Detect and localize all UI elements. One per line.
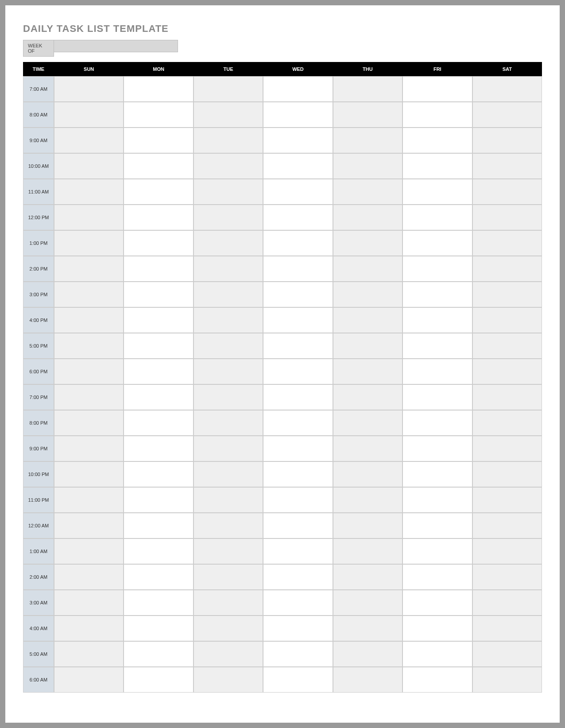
task-input[interactable]: [333, 410, 402, 435]
task-input[interactable]: [194, 642, 263, 666]
task-input[interactable]: [333, 102, 402, 127]
task-input[interactable]: [124, 179, 193, 204]
task-input[interactable]: [124, 359, 193, 384]
task-input[interactable]: [473, 179, 542, 204]
task-input[interactable]: [263, 77, 332, 101]
task-input[interactable]: [333, 359, 402, 384]
task-input[interactable]: [473, 359, 542, 384]
task-input[interactable]: [263, 513, 332, 538]
task-input[interactable]: [473, 590, 542, 615]
task-input[interactable]: [124, 539, 193, 564]
task-input[interactable]: [124, 385, 193, 410]
task-input[interactable]: [403, 488, 472, 512]
task-input[interactable]: [473, 205, 542, 230]
task-input[interactable]: [194, 410, 263, 435]
task-input[interactable]: [473, 77, 542, 101]
task-input[interactable]: [194, 462, 263, 487]
task-input[interactable]: [263, 282, 332, 307]
task-input[interactable]: [403, 308, 472, 333]
task-input[interactable]: [124, 333, 193, 358]
task-input[interactable]: [54, 642, 123, 666]
task-input[interactable]: [194, 565, 263, 589]
task-input[interactable]: [333, 590, 402, 615]
task-input[interactable]: [263, 462, 332, 487]
task-input[interactable]: [124, 308, 193, 333]
task-input[interactable]: [124, 128, 193, 153]
task-input[interactable]: [403, 231, 472, 256]
task-input[interactable]: [403, 667, 472, 692]
task-input[interactable]: [333, 565, 402, 589]
task-input[interactable]: [333, 333, 402, 358]
task-input[interactable]: [194, 385, 263, 410]
task-input[interactable]: [194, 77, 263, 101]
task-input[interactable]: [54, 359, 123, 384]
task-input[interactable]: [473, 565, 542, 589]
task-input[interactable]: [403, 565, 472, 589]
task-input[interactable]: [333, 205, 402, 230]
task-input[interactable]: [194, 539, 263, 564]
task-input[interactable]: [473, 539, 542, 564]
task-input[interactable]: [263, 128, 332, 153]
task-input[interactable]: [403, 333, 472, 358]
task-input[interactable]: [263, 385, 332, 410]
task-input[interactable]: [54, 565, 123, 589]
task-input[interactable]: [263, 565, 332, 589]
task-input[interactable]: [403, 154, 472, 178]
task-input[interactable]: [403, 179, 472, 204]
task-input[interactable]: [194, 102, 263, 127]
task-input[interactable]: [54, 205, 123, 230]
task-input[interactable]: [124, 410, 193, 435]
task-input[interactable]: [54, 667, 123, 692]
task-input[interactable]: [333, 179, 402, 204]
task-input[interactable]: [333, 642, 402, 666]
task-input[interactable]: [473, 128, 542, 153]
task-input[interactable]: [473, 642, 542, 666]
task-input[interactable]: [263, 642, 332, 666]
task-input[interactable]: [124, 590, 193, 615]
task-input[interactable]: [263, 667, 332, 692]
task-input[interactable]: [333, 308, 402, 333]
task-input[interactable]: [124, 513, 193, 538]
task-input[interactable]: [263, 205, 332, 230]
task-input[interactable]: [124, 642, 193, 666]
task-input[interactable]: [473, 488, 542, 512]
task-input[interactable]: [473, 333, 542, 358]
task-input[interactable]: [263, 590, 332, 615]
task-input[interactable]: [54, 436, 123, 461]
task-input[interactable]: [54, 102, 123, 127]
task-input[interactable]: [473, 231, 542, 256]
task-input[interactable]: [54, 410, 123, 435]
task-input[interactable]: [54, 308, 123, 333]
task-input[interactable]: [473, 282, 542, 307]
task-input[interactable]: [124, 77, 193, 101]
task-input[interactable]: [194, 231, 263, 256]
task-input[interactable]: [194, 359, 263, 384]
task-input[interactable]: [403, 256, 472, 281]
task-input[interactable]: [403, 642, 472, 666]
task-input[interactable]: [333, 616, 402, 641]
task-input[interactable]: [194, 488, 263, 512]
task-input[interactable]: [333, 256, 402, 281]
task-input[interactable]: [194, 616, 263, 641]
task-input[interactable]: [263, 616, 332, 641]
task-input[interactable]: [403, 128, 472, 153]
task-input[interactable]: [124, 667, 193, 692]
task-input[interactable]: [333, 231, 402, 256]
task-input[interactable]: [333, 667, 402, 692]
task-input[interactable]: [333, 282, 402, 307]
task-input[interactable]: [124, 231, 193, 256]
task-input[interactable]: [333, 436, 402, 461]
task-input[interactable]: [124, 256, 193, 281]
task-input[interactable]: [54, 231, 123, 256]
task-input[interactable]: [403, 282, 472, 307]
task-input[interactable]: [473, 385, 542, 410]
task-input[interactable]: [54, 333, 123, 358]
task-input[interactable]: [194, 513, 263, 538]
task-input[interactable]: [124, 205, 193, 230]
task-input[interactable]: [194, 205, 263, 230]
task-input[interactable]: [124, 102, 193, 127]
task-input[interactable]: [403, 539, 472, 564]
task-input[interactable]: [54, 282, 123, 307]
task-input[interactable]: [403, 102, 472, 127]
task-input[interactable]: [54, 128, 123, 153]
